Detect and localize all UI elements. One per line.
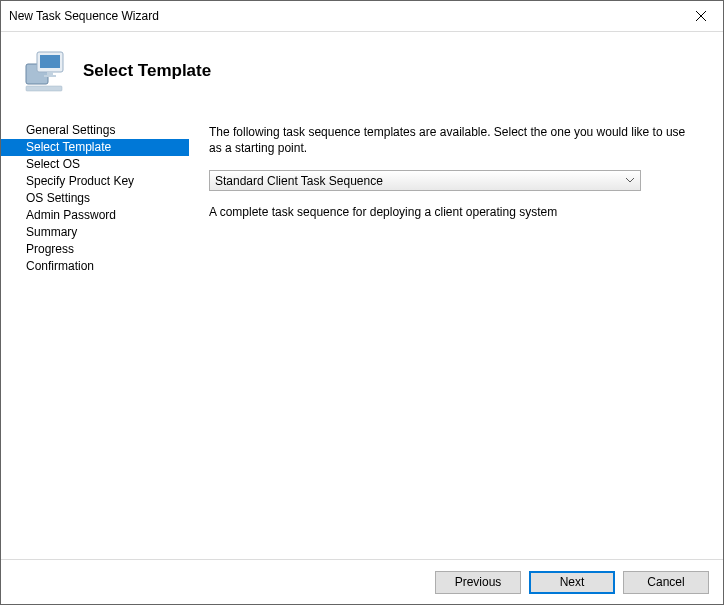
header: Select Template (1, 32, 723, 110)
content-panel: The following task sequence templates ar… (189, 110, 723, 574)
sidebar-item-general-settings[interactable]: General Settings (1, 122, 189, 139)
svg-rect-5 (47, 72, 53, 75)
sidebar-item-confirmation[interactable]: Confirmation (1, 258, 189, 275)
window-title: New Task Sequence Wizard (9, 9, 159, 23)
footer-buttons: Previous Next Cancel (1, 559, 723, 604)
sidebar-item-select-template[interactable]: Select Template (1, 139, 189, 156)
svg-rect-6 (44, 75, 56, 77)
previous-button[interactable]: Previous (435, 571, 521, 594)
sidebar-item-specify-product-key[interactable]: Specify Product Key (1, 173, 189, 190)
main-area: General Settings Select Template Select … (1, 110, 723, 574)
sidebar-item-progress[interactable]: Progress (1, 241, 189, 258)
close-icon (696, 11, 706, 21)
template-dropdown[interactable]: Standard Client Task Sequence (209, 170, 641, 191)
wizard-steps-sidebar: General Settings Select Template Select … (1, 110, 189, 574)
svg-rect-4 (40, 55, 60, 68)
dropdown-selected-value: Standard Client Task Sequence (215, 174, 383, 188)
next-button[interactable]: Next (529, 571, 615, 594)
instruction-text: The following task sequence templates ar… (209, 124, 699, 156)
template-description: A complete task sequence for deploying a… (209, 205, 699, 219)
svg-rect-7 (26, 86, 62, 91)
titlebar: New Task Sequence Wizard (1, 1, 723, 32)
close-button[interactable] (678, 1, 723, 31)
sidebar-item-admin-password[interactable]: Admin Password (1, 207, 189, 224)
page-title: Select Template (83, 61, 211, 81)
sidebar-item-select-os[interactable]: Select OS (1, 156, 189, 173)
cancel-button[interactable]: Cancel (623, 571, 709, 594)
chevron-down-icon (626, 178, 634, 183)
sidebar-item-os-settings[interactable]: OS Settings (1, 190, 189, 207)
computer-monitor-icon (23, 50, 65, 92)
sidebar-item-summary[interactable]: Summary (1, 224, 189, 241)
